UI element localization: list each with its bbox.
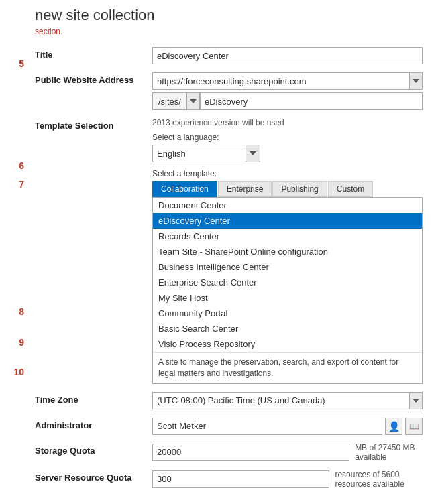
- title-input[interactable]: [152, 47, 423, 64]
- template-info: 2013 experience version will be used: [152, 118, 423, 127]
- template-tabs: Collaboration Enterprise Publishing Cust…: [152, 181, 423, 197]
- list-item[interactable]: Visio Process Repository: [153, 336, 422, 352]
- template-selection-label: Template Selection: [35, 118, 152, 131]
- url-prefix-dropdown[interactable]: [186, 92, 200, 110]
- admin-label: Administrator: [35, 418, 152, 430]
- timezone-input[interactable]: [152, 392, 410, 410]
- public-address-label: Public Website Address: [35, 72, 152, 85]
- server-resource-label: Server Resource Quota: [35, 470, 152, 483]
- server-resource-input[interactable]: [152, 470, 329, 488]
- list-item[interactable]: Records Center: [153, 229, 422, 244]
- timezone-label: Time Zone: [35, 392, 152, 405]
- url-suffix-input[interactable]: [200, 92, 423, 110]
- server-resource-info: resources of 5600 resources available: [335, 470, 423, 489]
- public-address-dropdown[interactable]: [410, 72, 423, 90]
- tab-publishing[interactable]: Publishing: [272, 181, 327, 197]
- dropdown-arrow-icon: [413, 79, 419, 83]
- tab-enterprise[interactable]: Enterprise: [218, 181, 272, 197]
- marker-9: 9: [0, 338, 28, 347]
- public-address-input[interactable]: [152, 72, 410, 90]
- list-item[interactable]: Enterprise Search Center: [153, 275, 422, 290]
- page-title: new site collection: [35, 7, 423, 24]
- marker-8: 8: [0, 307, 28, 316]
- language-input[interactable]: [152, 145, 246, 162]
- storage-quota-info: MB of 27450 MB available: [355, 443, 423, 462]
- timezone-arrow-icon: [413, 399, 419, 403]
- url-prefix: /sites/: [152, 92, 186, 110]
- list-item[interactable]: Team Site - SharePoint Online configurat…: [153, 244, 422, 259]
- storage-quota-label: Storage Quota: [35, 443, 152, 456]
- admin-input[interactable]: [152, 418, 382, 435]
- admin-person-icon-btn[interactable]: 👤: [385, 418, 402, 435]
- marker-5: 5: [0, 59, 28, 68]
- template-list: Document Center eDiscovery Center Record…: [152, 197, 423, 384]
- list-item[interactable]: Document Center: [153, 198, 422, 213]
- section-note: section.: [35, 27, 423, 36]
- dropdown-arrow-icon: [190, 99, 197, 103]
- list-item[interactable]: eDiscovery Center: [153, 213, 422, 229]
- select-template-label: Select a template:: [152, 169, 423, 178]
- list-item[interactable]: Business Intelligence Center: [153, 259, 422, 275]
- marker-7: 7: [0, 180, 28, 189]
- tab-collaboration[interactable]: Collaboration: [152, 181, 217, 197]
- language-dropdown-btn[interactable]: [246, 145, 260, 162]
- timezone-dropdown-btn[interactable]: [410, 392, 423, 410]
- marker-6: 6: [0, 161, 28, 170]
- person-icon: 👤: [388, 421, 400, 432]
- template-description: A site to manage the preservation, searc…: [153, 352, 422, 383]
- tab-custom[interactable]: Custom: [328, 181, 373, 197]
- list-item[interactable]: Basic Search Center: [153, 321, 422, 336]
- list-item[interactable]: My Site Host: [153, 290, 422, 306]
- admin-book-icon-btn[interactable]: 📖: [405, 418, 423, 435]
- title-label: Title: [35, 47, 152, 60]
- book-icon: 📖: [409, 422, 419, 431]
- storage-quota-input[interactable]: [152, 444, 349, 461]
- list-item[interactable]: Community Portal: [153, 306, 422, 321]
- language-dropdown-arrow-icon: [250, 151, 256, 155]
- select-language-label: Select a language:: [152, 133, 423, 142]
- marker-10: 10: [0, 367, 28, 377]
